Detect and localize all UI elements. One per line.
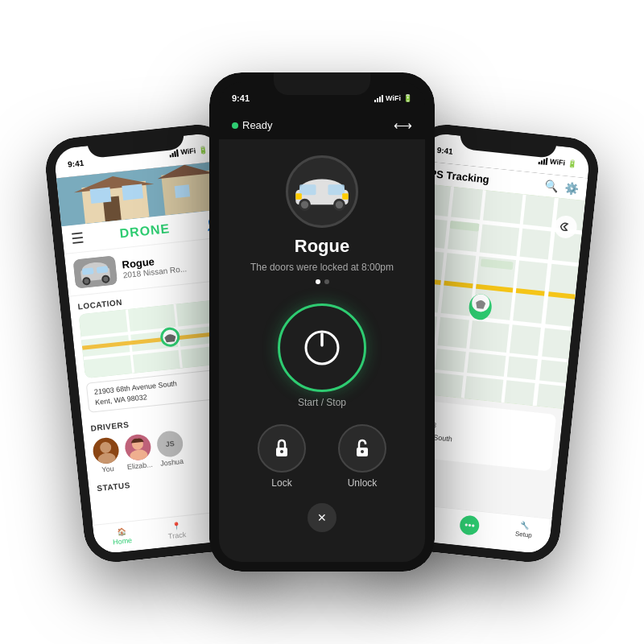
- avatar-joshua: JS: [156, 430, 184, 458]
- close-icon: ✕: [317, 511, 327, 524]
- center-status-icons: WiFi 🔋: [374, 94, 412, 102]
- svg-rect-39: [342, 193, 348, 199]
- nav-track[interactable]: 📍 Track: [167, 521, 187, 542]
- arrow-icon: ⟷: [394, 118, 412, 133]
- ready-indicator: Ready: [232, 119, 273, 131]
- right-header-actions: 🔍 ⚙️: [544, 179, 579, 195]
- right-time: 9:41: [436, 145, 453, 155]
- svg-rect-5: [122, 184, 143, 200]
- driver-you[interactable]: You: [92, 436, 121, 474]
- driver-joshua-label: Joshua: [160, 457, 184, 468]
- power-ring[interactable]: [278, 303, 366, 392]
- nav-setup[interactable]: 🔧 Setup: [514, 521, 533, 548]
- svg-point-43: [280, 450, 283, 453]
- ready-label: Ready: [242, 119, 273, 131]
- page-dots: [316, 279, 329, 284]
- search-icon[interactable]: 🔍: [544, 179, 559, 193]
- unlock-button[interactable]: Unlock: [338, 424, 386, 489]
- nav-setup-label: Setup: [514, 530, 532, 539]
- nav-home-label: Home: [113, 536, 133, 546]
- svg-rect-38: [295, 193, 301, 199]
- close-button[interactable]: ✕: [308, 503, 336, 532]
- ready-dot: [232, 122, 238, 129]
- center-car-name: Rogue: [295, 236, 349, 257]
- svg-point-45: [361, 450, 364, 453]
- svg-rect-4: [90, 188, 112, 204]
- svg-rect-36: [299, 184, 316, 195]
- nav-home[interactable]: 🏠 Home: [111, 526, 132, 547]
- power-icon: [302, 328, 342, 368]
- svg-rect-8: [175, 184, 190, 198]
- svg-rect-16: [82, 267, 94, 275]
- right-header-title: PS Tracking: [429, 167, 490, 185]
- lock-button[interactable]: Lock: [258, 424, 306, 489]
- center-top-bar: Ready ⟷: [219, 111, 425, 139]
- nav-fab-right[interactable]: •••: [458, 514, 480, 542]
- driver-elizabeth-label: Elizab...: [126, 460, 153, 471]
- brand-name: DRONE: [119, 221, 171, 241]
- filter-icon[interactable]: ⚙️: [564, 181, 580, 196]
- power-button[interactable]: [278, 303, 366, 392]
- right-status-icons: WiFi 🔋: [539, 156, 577, 168]
- svg-point-33: [301, 201, 308, 208]
- left-car-thumb: [73, 255, 118, 288]
- lock-circle[interactable]: [258, 424, 306, 473]
- unlock-circle[interactable]: [338, 424, 386, 473]
- start-stop-label: Start / Stop: [298, 397, 346, 408]
- svg-point-27: [97, 452, 116, 465]
- left-car-info: Rogue 2018 Nissan Ro...: [122, 252, 188, 279]
- svg-point-29: [130, 449, 148, 462]
- center-phone: 9:41 WiFi 🔋: [209, 72, 435, 572]
- green-fab-right[interactable]: •••: [459, 514, 480, 535]
- center-car-status: The doors were locked at 8:00pm: [250, 262, 394, 273]
- driver-elizabeth[interactable]: Elizab...: [124, 433, 153, 471]
- svg-rect-17: [97, 266, 109, 273]
- unlock-label: Unlock: [348, 477, 378, 489]
- lock-unlock-row: Lock Unlock: [258, 424, 386, 489]
- left-time: 9:41: [68, 158, 85, 168]
- driver-you-label: You: [101, 464, 114, 474]
- center-time: 9:41: [232, 93, 250, 103]
- nav-track-label: Track: [168, 530, 187, 540]
- lock-icon: [270, 437, 293, 460]
- lock-label: Lock: [271, 477, 291, 489]
- driver-joshua[interactable]: JS Joshua: [156, 430, 185, 468]
- svg-point-35: [336, 201, 343, 208]
- avatar-you: [92, 436, 120, 464]
- svg-rect-37: [328, 184, 345, 195]
- center-car-image: [286, 155, 358, 228]
- svg-point-26: [100, 441, 112, 453]
- avatar-elizabeth: [124, 433, 152, 461]
- unlock-icon: [351, 437, 374, 460]
- center-screen: Ready ⟷: [219, 111, 425, 562]
- center-notch: [274, 72, 370, 95]
